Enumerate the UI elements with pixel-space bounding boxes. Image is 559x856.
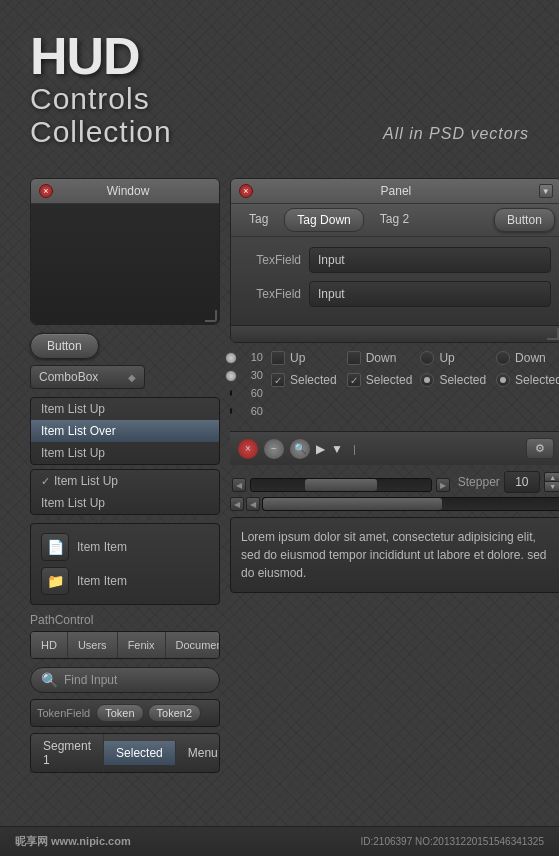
checked-list-item[interactable]: Item List Up [31,470,219,492]
radio-col-3: Up Selected [420,351,486,423]
close-ctrl-button[interactable]: × [238,439,258,459]
tab-tag-down[interactable]: Tag Down [284,208,363,232]
tab-tag-2[interactable]: Tag 2 [368,208,421,232]
radio-up-3[interactable] [420,351,434,365]
scroll-track-2[interactable] [262,497,559,511]
segment-item-3[interactable]: Menu [176,741,220,765]
check-label-selected-1: Selected [290,373,337,387]
play-button[interactable]: ▶ [316,442,325,456]
check-row-down-2: Down [347,351,413,365]
window-box: × Window [30,178,220,325]
checkbox-up-1[interactable] [271,351,285,365]
segment-item-1[interactable]: Segment 1 [31,734,104,772]
item-item-row-1: 📄 Item Item [41,530,209,564]
scroll-right-arrow[interactable]: ▶ [436,478,450,492]
list-item[interactable]: Item List Up [31,398,219,420]
text-field-label-2: TexField [241,287,301,301]
radio-selected-3[interactable] [420,373,434,387]
window-content [31,204,219,324]
tab-tag[interactable]: Tag [237,208,280,232]
token-1[interactable]: Token [96,704,143,722]
window-titlebar: × Window [31,179,219,204]
text-input-2[interactable]: Input [309,281,551,307]
item-item-label-1: Item Item [77,540,127,554]
slider-value-1: 10 [238,351,263,363]
check-row-selected-2: ✓ Selected [347,373,413,387]
slider-row-4: 60 [230,405,263,417]
scrollbar-stepper-row: ◀ ▶ Stepper 10 ▲ ▼ [230,471,559,493]
slider-track-2[interactable] [230,372,232,378]
h-scrollbar-2: ◀ ◀ [230,497,559,511]
find-input-placeholder: Find Input [64,673,117,687]
path-segment-users[interactable]: Users [68,632,118,658]
separator-line: | [353,443,356,455]
sliders-section: 10 30 60 [230,351,559,423]
scroll-track[interactable] [250,478,432,492]
text-input-1[interactable]: Input [309,247,551,273]
panel-content: TexField Input TexField Input [231,237,559,325]
title-hud: HUD [30,30,172,82]
combobox-label: ComboBox [39,370,98,384]
search-ctrl-button[interactable]: 🔍 [290,439,310,459]
slider-thumb-2[interactable] [225,370,237,382]
token-field-label: TokenField [37,707,90,719]
panel-close-icon: × [243,186,248,196]
checkbox-down-2[interactable] [347,351,361,365]
radio-down-4[interactable] [496,351,510,365]
radio-row-selected-3: Selected [420,373,486,387]
right-panel: × Panel ▼ Tag Tag Down Tag 2 Button [230,178,559,773]
sliders-left: 10 30 60 [230,351,263,423]
tagline: All in PSD vectors [383,125,529,148]
list-item-hover[interactable]: Item List Over [31,420,219,442]
combobox[interactable]: ComboBox ◆ [30,365,145,389]
controls-toolbar: × − 🔍 ▶ ▼ | ⚙ [230,431,559,465]
radio-check-section: Up ✓ Selected Down [271,351,412,423]
stepper-value[interactable]: 10 [504,471,540,493]
checkbox-selected-1[interactable]: ✓ [271,373,285,387]
list-item-4[interactable]: Item List Up [31,492,219,514]
path-segment-hd[interactable]: HD [31,632,68,658]
resize-handle[interactable] [205,310,217,322]
token-2[interactable]: Token2 [148,704,201,722]
slider-track-1[interactable] [230,354,232,360]
path-control-label: PathControl [30,613,220,627]
slider-track-3[interactable] [230,390,232,396]
list-item-2[interactable]: Item List Up [31,442,219,464]
radio-label-up-3: Up [439,351,454,365]
segment-item-2[interactable]: Selected [104,741,176,765]
tab-button[interactable]: Button [494,208,555,232]
item-item-row-2: 📁 Item Item [41,564,209,598]
gear-icon: ⚙ [535,442,545,454]
scroll2-left-arrow[interactable]: ◀ [230,497,244,511]
slider-row-2: 30 [230,369,263,381]
scroll2-left-arrow-2[interactable]: ◀ [246,497,260,511]
panel-box: × Panel ▼ Tag Tag Down Tag 2 Button [230,178,559,343]
scroll-left-arrow[interactable]: ◀ [232,478,246,492]
checked-list-box: Item List Up Item List Up [30,469,220,515]
dropdown-button[interactable]: ▼ [331,442,343,456]
radio-label-selected-4: Selected [515,373,559,387]
check-row-up-1: Up [271,351,337,365]
gear-settings-button[interactable]: ⚙ [526,438,554,459]
minus-ctrl-button[interactable]: − [264,439,284,459]
checkbox-selected-2[interactable]: ✓ [347,373,361,387]
item-icon-1: 📄 [41,533,69,561]
h-scrollbar: ◀ ▶ [230,478,452,492]
path-segment-fenix[interactable]: Fenix [118,632,166,658]
stepper-down-button[interactable]: ▼ [544,482,559,492]
slider-row-1: 10 [230,351,263,363]
panel-close-button[interactable]: × [239,184,253,198]
path-segment-documents[interactable]: Documents [166,632,220,658]
slider-track-4[interactable] [230,408,232,414]
main-button[interactable]: Button [30,333,99,359]
find-input-container[interactable]: 🔍 Find Input [30,667,220,693]
list-box: Item List Up Item List Over Item List Up [30,397,220,465]
stepper-up-button[interactable]: ▲ [544,472,559,482]
panel-resize-handle[interactable] [547,328,559,340]
radio-selected-4[interactable] [496,373,510,387]
panel-expand-button[interactable]: ▼ [539,184,553,198]
segment-control: Segment 1 Selected Menu [30,733,220,773]
item-item-section: 📄 Item Item 📁 Item Item [30,523,220,605]
window-close-button[interactable]: × [39,184,53,198]
slider-thumb-1[interactable] [225,352,237,364]
